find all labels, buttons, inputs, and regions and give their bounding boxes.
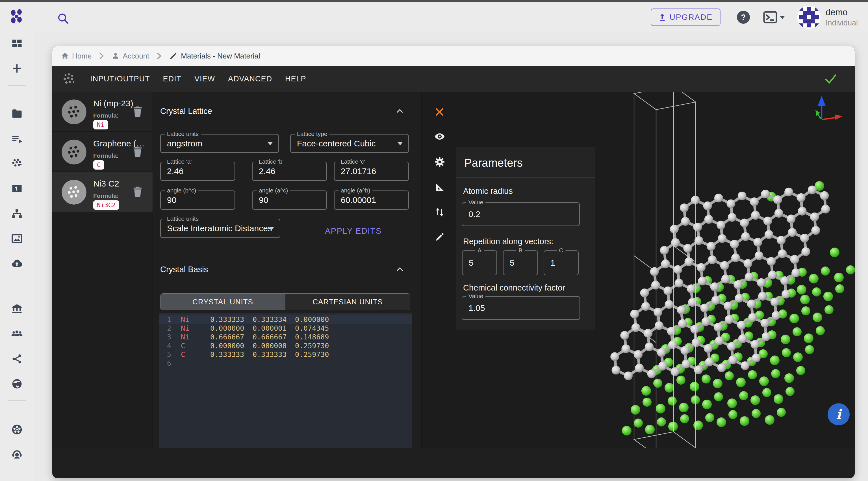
viewer-swap-axes-icon[interactable] bbox=[434, 207, 445, 218]
crystal-basis-title: Crystal Basis bbox=[160, 265, 208, 274]
sidebar-item-team-users-icon[interactable] bbox=[11, 328, 23, 340]
basis-row[interactable]: 3Ni0.6666670.6666670.148689 bbox=[159, 333, 412, 341]
sidebar-item-molecule-materials-icon[interactable] bbox=[11, 157, 23, 170]
user-name: demo bbox=[826, 7, 858, 18]
material-formula-label: Formula: bbox=[93, 152, 119, 159]
viewer-visibility-eye-icon[interactable] bbox=[434, 131, 445, 142]
lattice-c-input[interactable]: Lattice 'c' 27.01716 bbox=[334, 162, 409, 181]
structure-viewer[interactable]: Parameters Atomic radius Value 0.2 Repet… bbox=[421, 92, 855, 448]
connectivity-input[interactable]: Value 1.05 bbox=[462, 296, 580, 320]
repetition-b-input[interactable]: B 5 bbox=[503, 250, 538, 275]
parameters-title: Parameters bbox=[464, 156, 523, 169]
viewer-measure-ruler-icon[interactable] bbox=[434, 181, 445, 193]
tab-crystal-units[interactable]: CRYSTAL UNITS bbox=[160, 294, 285, 310]
material-formula-chip: Ni3C2 bbox=[93, 200, 119, 210]
menu-help[interactable]: HELP bbox=[285, 74, 306, 83]
sidebar-item-workflow-tree-icon[interactable] bbox=[11, 208, 23, 220]
info-button[interactable]: i bbox=[828, 403, 849, 425]
sidebar-item-create-new-icon[interactable] bbox=[11, 62, 23, 74]
left-sidebar bbox=[0, 33, 34, 481]
sidebar-item-dashboard-icon[interactable] bbox=[11, 37, 23, 50]
basis-row[interactable]: 1Ni0.3333330.3333340.000000 bbox=[159, 315, 412, 324]
help-icon[interactable]: ? bbox=[737, 11, 750, 24]
search-icon[interactable] bbox=[57, 12, 70, 26]
sidebar-item-bank-institution-icon[interactable] bbox=[11, 302, 23, 315]
material-avatar bbox=[62, 99, 87, 124]
delete-trash-icon[interactable] bbox=[132, 186, 143, 198]
collapse-chevron-up-icon[interactable] bbox=[396, 267, 404, 272]
account-icon[interactable] bbox=[111, 52, 120, 60]
sidebar-item-cloud-upload-icon[interactable] bbox=[11, 257, 23, 270]
viewer-close-icon[interactable] bbox=[434, 106, 445, 118]
basis-row[interactable]: 4C0.0000000.0000000.259730 bbox=[159, 341, 412, 350]
basis-row[interactable]: 5C0.3333330.3333330.259730 bbox=[159, 350, 412, 359]
sidebar-item-card-one-icon[interactable] bbox=[11, 182, 23, 195]
material-name: Ni (mp-23) bbox=[93, 99, 133, 108]
sidebar-item-globe-web-icon[interactable] bbox=[11, 378, 23, 390]
material-formula-label: Formula: bbox=[93, 192, 119, 199]
upgrade-button[interactable]: UPGRADE bbox=[651, 8, 720, 26]
viewer-settings-gear-icon[interactable] bbox=[434, 156, 445, 168]
chevron-right-icon bbox=[99, 52, 104, 60]
mat3ra-logo-icon[interactable] bbox=[10, 9, 23, 25]
material-formula-chip: C bbox=[93, 160, 104, 170]
breadcrumb-home[interactable]: Home bbox=[72, 52, 92, 60]
sidebar-item-share-network-icon[interactable] bbox=[11, 353, 23, 365]
material-formula-chip: Ni bbox=[93, 120, 108, 129]
terminal-icon bbox=[763, 11, 778, 24]
main-card: Home Account Materials - New Material IN… bbox=[52, 46, 855, 478]
saved-check-icon[interactable] bbox=[824, 73, 837, 85]
sidebar-divider bbox=[8, 85, 26, 86]
basis-editor[interactable]: 1Ni0.3333330.3333340.0000002Ni0.0000000.… bbox=[159, 313, 412, 448]
repetition-c-input[interactable]: C 1 bbox=[544, 250, 579, 275]
crystal-lattice-title: Crystal Lattice bbox=[160, 107, 212, 116]
breadcrumb-current: Materials - New Material bbox=[181, 52, 260, 60]
delete-trash-icon[interactable] bbox=[132, 146, 143, 158]
repetition-a-input[interactable]: A 5 bbox=[462, 250, 497, 275]
molecule-dots-icon bbox=[62, 72, 76, 86]
home-icon[interactable] bbox=[61, 52, 69, 60]
material-formula-label: Formula: bbox=[93, 112, 119, 119]
sidebar-item-folder-projects-icon[interactable] bbox=[11, 108, 23, 120]
sidebar-item-image-gallery-icon[interactable] bbox=[11, 232, 23, 245]
viewer-edit-pencil-icon[interactable] bbox=[434, 231, 445, 242]
menu-input-output[interactable]: INPUT/OUTPUT bbox=[90, 74, 150, 83]
sidebar-item-playlist-jobs-icon[interactable] bbox=[11, 133, 23, 145]
menu-advanced[interactable]: ADVANCED bbox=[228, 74, 272, 83]
material-list-item-selected[interactable]: Ni3 C2 Formula: Ni3C2 bbox=[52, 172, 153, 212]
materials-list: Ni (mp-23) Formula: Ni Graphene (… Formu… bbox=[52, 92, 153, 448]
basis-editor-lines: 1Ni0.3333330.3333340.0000002Ni0.0000000.… bbox=[159, 315, 412, 368]
info-icon: i bbox=[836, 407, 841, 422]
dropdown-arrow-icon bbox=[398, 142, 403, 145]
collapse-chevron-up-icon[interactable] bbox=[396, 108, 404, 114]
menu-edit[interactable]: EDIT bbox=[163, 74, 182, 83]
angle-ab-input[interactable]: angle (a^b) 60.00001 bbox=[334, 190, 409, 210]
apply-edits-button[interactable]: APPLY EDITS bbox=[320, 223, 386, 239]
tab-cartesian-units[interactable]: CARTESIAN UNITS bbox=[285, 294, 410, 310]
sidebar-item-wheel-reel-icon[interactable] bbox=[11, 423, 23, 436]
material-list-item[interactable]: Graphene (… Formula: C bbox=[52, 132, 153, 172]
lattice-type-select[interactable]: Lattice type Face-centered Cubic bbox=[290, 134, 409, 153]
angle-ac-input[interactable]: angle (a^c) 90 bbox=[252, 190, 327, 210]
console-menu-button[interactable] bbox=[763, 11, 785, 24]
chevron-right-icon bbox=[157, 52, 162, 60]
chevron-down-icon bbox=[780, 16, 785, 19]
atomic-radius-input[interactable]: Value 0.2 bbox=[462, 202, 580, 226]
basis-row[interactable]: 6 bbox=[159, 359, 412, 368]
sidebar-item-support-headset-icon[interactable] bbox=[11, 448, 23, 460]
lattice-a-input[interactable]: Lattice 'a' 2.46 bbox=[160, 162, 235, 181]
top-bar: UPGRADE ? bbox=[0, 2, 868, 33]
menu-view[interactable]: VIEW bbox=[194, 74, 215, 83]
delete-trash-icon[interactable] bbox=[132, 106, 143, 118]
scale-units-select[interactable]: Lattice units Scale Interatomic Distance… bbox=[160, 219, 280, 238]
breadcrumb-account[interactable]: Account bbox=[123, 52, 149, 60]
lattice-b-input[interactable]: Lattice 'b' 2.46 bbox=[252, 162, 327, 181]
user-avatar[interactable] bbox=[797, 6, 820, 29]
atomic-radius-label: Atomic radius bbox=[463, 186, 513, 196]
basis-row[interactable]: 2Ni0.0000000.0000010.074345 bbox=[159, 324, 412, 333]
user-info[interactable]: demo Individual bbox=[826, 7, 858, 27]
lattice-units-select[interactable]: Lattice units angstrom bbox=[160, 134, 279, 153]
angle-bc-input[interactable]: angle (b^c) 90 bbox=[160, 190, 235, 210]
material-list-item[interactable]: Ni (mp-23) Formula: Ni bbox=[52, 92, 153, 132]
material-avatar bbox=[62, 180, 87, 205]
